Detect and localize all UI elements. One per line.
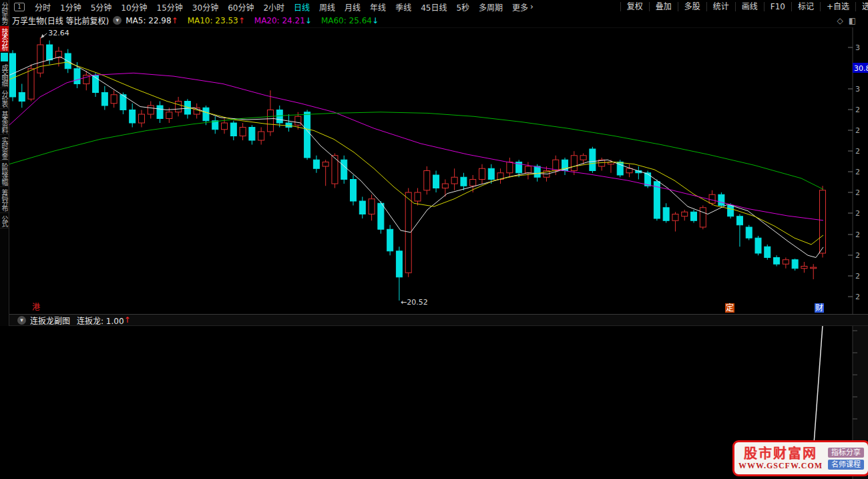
up-arrow-icon: ↑ [238, 16, 245, 25]
period-tab-5分钟[interactable]: 5分钟 [86, 3, 117, 13]
ma-label-3: MA20: 24.21↓ [254, 16, 312, 25]
toolbar-button-+自选[interactable]: +自选 [820, 2, 855, 11]
toolbar-button-clipped[interactable]: 选 [855, 2, 868, 11]
stock-title: 万孚生物(日线 等比前复权) [12, 15, 109, 26]
toolbar-button-叠加[interactable]: 叠加 [649, 2, 678, 11]
period-tab-60分钟[interactable]: 60分钟 [223, 3, 258, 13]
trading-terminal-window: 33222222222230.832.64←20.52 1 分时1分钟5分钟10… [0, 0, 868, 479]
period-tab-15分钟[interactable]: 15分钟 [152, 3, 188, 13]
svg-text:2: 2 [855, 230, 860, 239]
ma-label-2: MA10: 23.53↑ [188, 16, 245, 25]
period-tab-日线[interactable]: 日线 [289, 3, 314, 13]
ma-label-4: MA60: 25.64↓ [321, 16, 379, 25]
period-tabs: 分时1分钟5分钟10分钟15分钟30分钟60分钟2小时日线周线月线年线季线45日… [30, 1, 533, 13]
window-layout-icon[interactable]: 1 [14, 3, 25, 11]
svg-text:2: 2 [855, 126, 860, 135]
more-arrow-icon: › [530, 2, 533, 11]
market-marker-hk: 港 [31, 303, 41, 312]
badge-indicator-share: 指标分享 [828, 448, 864, 458]
main-candlestick-chart[interactable]: 33222222222230.832.64←20.52 [0, 0, 868, 479]
sidebar-cyan-indicator [1, 53, 8, 61]
svg-text:2: 2 [855, 168, 860, 176]
marker-cai-badge: 财 [815, 303, 824, 313]
layout-split-icon[interactable]: ◧ [849, 16, 856, 25]
sidebar-item-分价表[interactable]: 分价表 [0, 88, 9, 109]
badge-teacher-course: 名师课程 [828, 460, 864, 470]
down-arrow-icon: ↓ [372, 16, 379, 25]
svg-text:←20.52: ←20.52 [401, 298, 428, 307]
watermark-box: 股市财富网 WWW.GSCFW.COM 指标分享 名师课程 [732, 440, 868, 476]
chevron-down-icon[interactable]: ▾ [17, 316, 26, 325]
period-tab-1分钟[interactable]: 1分钟 [55, 3, 86, 13]
period-tab-多周期[interactable]: 多周期 [474, 3, 507, 13]
svg-text:2: 2 [855, 272, 860, 281]
sidebar-item-基本资料[interactable]: 基本资料 [0, 109, 9, 135]
sub-indicator-name[interactable]: 连扳龙副图 [30, 315, 70, 326]
svg-text:2: 2 [855, 251, 860, 260]
down-arrow-icon: ↓ [305, 16, 312, 25]
left-sidebar: 分时走势技术分析成交明细分价表基本资料实时资金阶段涨幅筹码分布公式 [0, 0, 9, 326]
toolbar-button-复权[interactable]: 复权 [620, 2, 649, 11]
diamond-tool-icon[interactable]: ◇ [837, 16, 843, 25]
period-tab-10分钟[interactable]: 10分钟 [116, 3, 152, 13]
ma-legend: MA5: 22.98↑MA10: 23.53↑MA20: 24.21↓MA60:… [126, 16, 388, 25]
sub-indicator-header: ▾ 连扳龙副图 连扳龙: 1.00 ↑ [9, 314, 868, 326]
svg-text:2: 2 [855, 147, 860, 156]
period-toolbar: 1 分时1分钟5分钟10分钟15分钟30分钟60分钟2小时日线周线月线年线季线4… [9, 0, 868, 14]
watermark-badges: 指标分享 名师课程 [828, 448, 864, 470]
period-tab-更多[interactable]: 更多 [507, 3, 533, 13]
svg-text:30.8: 30.8 [854, 64, 868, 73]
period-tab-年线[interactable]: 年线 [365, 3, 391, 13]
ma-label-1: MA5: 22.98↑ [126, 16, 178, 25]
watermark-url: WWW.GSCFW.COM [738, 461, 823, 471]
sidebar-item-成交明细[interactable]: 成交明细 [0, 62, 9, 88]
watermark-site-name: 股市财富网 [738, 446, 823, 461]
svg-text:2: 2 [855, 188, 860, 197]
marker-ding-badge: 定 [725, 303, 734, 313]
period-tab-分时[interactable]: 分时 [30, 3, 55, 13]
sub-indicator-value: 连扳龙: 1.00 [77, 315, 124, 326]
infobar-right-icons: ◇◧ [837, 16, 856, 25]
sidebar-item-阶段涨幅[interactable]: 阶段涨幅 [0, 161, 9, 187]
up-arrow-icon: ↑ [124, 315, 131, 325]
stock-info-bar: 万孚生物(日线 等比前复权) ▾ MA5: 22.98↑MA10: 23.53↑… [9, 13, 868, 27]
sidebar-item-筹码分布[interactable]: 筹码分布 [0, 187, 9, 213]
toolbar-button-标记[interactable]: 标记 [791, 2, 820, 11]
toolbar-button-F10[interactable]: F10 [764, 2, 791, 11]
svg-text:2: 2 [855, 293, 860, 301]
period-tab-5秒[interactable]: 5秒 [451, 3, 474, 13]
sidebar-item-技术分析[interactable]: 技术分析 [0, 26, 9, 52]
period-tab-周线[interactable]: 周线 [314, 3, 340, 13]
toolbar-right-buttons: 复权叠加多股统计画线F10标记+自选选 [620, 0, 868, 13]
up-arrow-icon: ↑ [172, 16, 178, 25]
toolbar-button-多股[interactable]: 多股 [678, 2, 706, 11]
svg-text:2: 2 [855, 209, 860, 218]
svg-text:32.64: 32.64 [48, 29, 69, 37]
period-tab-季线[interactable]: 季线 [391, 3, 416, 13]
period-tab-30分钟[interactable]: 30分钟 [188, 3, 223, 13]
svg-text:3: 3 [855, 85, 860, 94]
sidebar-item-实时资金[interactable]: 实时资金 [0, 135, 9, 161]
svg-text:2: 2 [855, 106, 860, 114]
period-tab-月线[interactable]: 月线 [340, 3, 365, 13]
toolbar-button-统计[interactable]: 统计 [706, 2, 735, 11]
svg-text:3: 3 [855, 43, 860, 52]
sidebar-item-公式[interactable]: 公式 [0, 213, 9, 228]
chevron-down-icon[interactable]: ▾ [113, 16, 122, 25]
period-tab-2小时[interactable]: 2小时 [258, 3, 289, 13]
sidebar-item-分时走势[interactable]: 分时走势 [0, 0, 9, 26]
period-tab-45日线[interactable]: 45日线 [416, 3, 451, 13]
watermark-site: 股市财富网 WWW.GSCFW.COM [738, 446, 823, 471]
toolbar-button-画线[interactable]: 画线 [735, 2, 764, 11]
